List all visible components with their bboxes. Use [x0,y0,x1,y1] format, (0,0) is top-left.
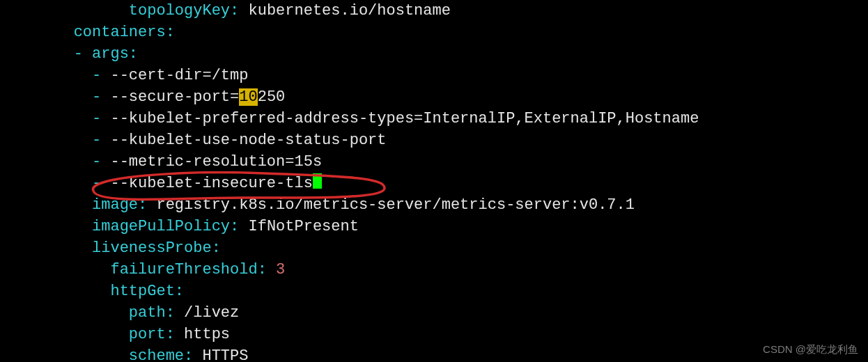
yaml-dash: - [92,175,101,192]
line-17: scheme: HTTPS [0,347,248,362]
line-8: - --metric-resolution=15s [0,153,322,171]
yaml-dash: - [92,153,101,171]
yaml-dash: - [92,132,101,149]
yaml-key: topologyKey [129,2,230,19]
yaml-code-block: topologyKey: kubernetes.io/hostname cont… [0,0,699,362]
yaml-dash: - [92,110,101,127]
line-2: containers: [0,24,175,41]
search-highlight: 10 [239,88,257,106]
yaml-key: imagePullPolicy [92,218,230,235]
yaml-value: registry.k8s.io/metrics-server/metrics-s… [147,196,635,214]
line-11: imagePullPolicy: IfNotPresent [0,218,359,235]
line-13: failureThreshold: 3 [0,261,285,278]
yaml-value: --secure-port= [101,88,239,106]
line-14: httpGet: [0,283,184,300]
yaml-value: --kubelet-use-node-status-port [101,132,386,149]
line-12: livenessProbe: [0,239,221,257]
yaml-key: livenessProbe [92,239,212,257]
line-1: topologyKey: kubernetes.io/hostname [0,2,451,19]
yaml-value: IfNotPresent [239,218,359,235]
yaml-key: args [83,45,129,63]
yaml-value: --kubelet-insecure-tls [101,175,313,192]
yaml-number: 3 [276,261,285,278]
yaml-value: 250 [258,88,286,106]
yaml-value: --kubelet-preferred-address-types=Intern… [101,110,699,127]
yaml-dash: - [92,67,101,84]
yaml-value: kubernetes.io/hostname [239,2,451,19]
text-cursor [313,173,322,189]
line-5: - --secure-port=10250 [0,88,285,106]
yaml-key: port [129,326,166,343]
line-7: - --kubelet-use-node-status-port [0,132,387,149]
yaml-value: HTTPS [193,347,248,362]
line-16: port: https [0,326,230,343]
yaml-key: scheme [129,347,184,362]
yaml-value: --cert-dir=/tmp [101,67,248,84]
line-4: - --cert-dir=/tmp [0,67,248,84]
yaml-key: httpGet [110,283,174,300]
yaml-value: https [175,326,230,343]
line-9: - --kubelet-insecure-tls [0,175,322,192]
line-10: image: registry.k8s.io/metrics-server/me… [0,196,635,214]
yaml-dash: - [92,88,101,106]
watermark: CSDN @爱吃龙利鱼 [763,343,858,356]
yaml-key: image [92,196,138,214]
yaml-value: --metric-resolution=15s [101,153,322,171]
yaml-key: containers [74,24,166,41]
yaml-key: failureThreshold [110,261,257,278]
line-6: - --kubelet-preferred-address-types=Inte… [0,110,699,127]
line-15: path: /livez [0,304,239,322]
yaml-value: /livez [175,304,239,322]
line-3: - args: [0,45,138,63]
yaml-key: path [129,304,166,322]
yaml-dash: - [74,45,83,63]
